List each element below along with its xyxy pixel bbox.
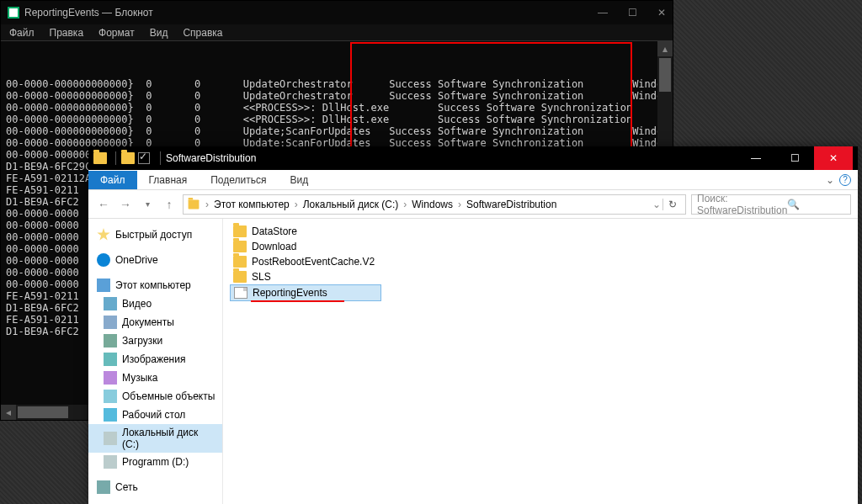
sidebar-item-3d[interactable]: Объемные объекты: [88, 387, 222, 406]
file-name: ReportingEvents: [253, 287, 327, 299]
menu-edit[interactable]: Правка: [50, 27, 84, 39]
star-icon: [97, 228, 110, 241]
menu-view[interactable]: Вид: [150, 27, 168, 39]
close-button[interactable]: ✕: [814, 146, 853, 170]
explorer-titlebar[interactable]: SoftwareDistribution — ☐ ✕: [88, 146, 858, 170]
network-icon: [97, 480, 110, 494]
sidebar-network[interactable]: Сеть: [88, 478, 222, 496]
ribbon-file[interactable]: Файл: [88, 171, 137, 189]
log-line: 00-0000-000000000000} 0 0 Update;ScanFor…: [6, 125, 668, 137]
sidebar-item-desktop[interactable]: Рабочий стол: [88, 406, 222, 424]
sidebar-item-downloads[interactable]: Загрузки: [88, 332, 222, 350]
crumb-c[interactable]: Локальный диск (C:): [300, 199, 402, 210]
minimize-button[interactable]: —: [598, 7, 608, 19]
sidebar-item-disk-c[interactable]: Локальный диск (C:): [88, 424, 222, 453]
maximize-button[interactable]: ☐: [628, 7, 637, 19]
music-icon: [104, 371, 117, 385]
pc-icon: [97, 279, 110, 292]
scroll-thumb[interactable]: [18, 406, 68, 418]
video-icon: [104, 297, 117, 310]
sidebar-onedrive[interactable]: OneDrive: [88, 251, 222, 269]
crumb-sd[interactable]: SoftwareDistribution: [463, 199, 560, 210]
folder-icon[interactable]: [121, 152, 135, 164]
file-name: SLS: [252, 271, 271, 283]
explorer-content[interactable]: DataStoreDownloadPostRebootEventCache.V2…: [223, 219, 858, 504]
help-icon[interactable]: ?: [839, 174, 851, 186]
nav-up-button[interactable]: ↑: [161, 198, 178, 211]
maximize-button[interactable]: ☐: [775, 146, 814, 170]
nav-history-button[interactable]: ▾: [139, 199, 156, 209]
minimize-button[interactable]: —: [737, 146, 775, 170]
refresh-button[interactable]: ↻: [662, 199, 682, 210]
sidebar-item-images[interactable]: Изображения: [88, 350, 222, 369]
menu-format[interactable]: Формат: [98, 27, 135, 39]
folder-item[interactable]: PostRebootEventCache.V2: [230, 254, 851, 269]
notepad-title-text: ReportingEvents — Блокнот: [24, 7, 153, 19]
separator: [115, 151, 116, 165]
chevron-down-icon[interactable]: ⌄: [652, 199, 661, 210]
log-line: 00-0000-000000000000} 0 0 <<PROCESS>>: D…: [6, 102, 668, 114]
explorer-ribbon: Файл Главная Поделиться Вид ⌄ ?: [88, 170, 858, 190]
sidebar-item-disk-d[interactable]: Programm (D:): [88, 453, 222, 471]
file-name: PostRebootEventCache.V2: [252, 256, 375, 268]
explorer-sidebar: Быстрый доступ OneDrive Этот компьютер В…: [88, 219, 223, 504]
explorer-navbar: ← → ▾ ↑ › Этот компьютер › Локальный дис…: [88, 190, 858, 219]
search-placeholder: Поиск: SoftwareDistribution: [697, 193, 787, 216]
separator: [160, 151, 161, 165]
disk-icon: [104, 432, 117, 445]
notepad-menubar: Файл Правка Формат Вид Справка: [1, 24, 673, 41]
explorer-window: SoftwareDistribution — ☐ ✕ Файл Главная …: [88, 146, 858, 504]
notepad-icon: [8, 7, 19, 19]
sidebar-quick-access[interactable]: Быстрый доступ: [88, 225, 222, 244]
folder-icon: [93, 152, 107, 164]
chevron-down-icon[interactable]: ⌄: [826, 174, 834, 186]
menu-file[interactable]: Файл: [9, 27, 35, 39]
folder-icon: [233, 225, 247, 237]
crumb-pc[interactable]: Этот компьютер: [210, 199, 293, 210]
disk-icon: [104, 455, 117, 469]
search-icon: 🔍: [787, 199, 845, 210]
folder-icon: [233, 256, 247, 268]
folder-icon: [233, 241, 247, 252]
folder-icon: [233, 271, 247, 283]
scroll-left-icon[interactable]: ◂: [1, 405, 16, 420]
folder-icon: [189, 199, 200, 209]
download-icon: [104, 334, 117, 347]
crumb-windows[interactable]: Windows: [408, 199, 456, 210]
breadcrumb[interactable]: › Этот компьютер › Локальный диск (C:) ›…: [183, 194, 686, 215]
file-icon: [234, 287, 247, 299]
file-name: Download: [252, 241, 296, 252]
sidebar-this-pc[interactable]: Этот компьютер: [88, 276, 222, 294]
sidebar-item-music[interactable]: Музыка: [88, 369, 222, 387]
file-name: DataStore: [252, 225, 297, 237]
folder-item[interactable]: Download: [230, 239, 851, 254]
folder-item[interactable]: SLS: [230, 269, 851, 284]
nav-forward-button[interactable]: →: [117, 198, 134, 211]
ribbon-share[interactable]: Поделиться: [199, 171, 278, 189]
sidebar-item-video[interactable]: Видео: [88, 294, 222, 313]
scroll-thumb[interactable]: [659, 58, 671, 92]
notepad-titlebar[interactable]: ReportingEvents — Блокнот — ☐ ✕: [1, 1, 673, 24]
document-icon: [104, 316, 117, 329]
ribbon-view[interactable]: Вид: [278, 171, 320, 189]
close-button[interactable]: ✕: [657, 7, 666, 19]
explorer-title-text: SoftwareDistribution: [166, 152, 256, 164]
desktop-icon: [104, 408, 117, 422]
properties-icon[interactable]: [138, 152, 150, 164]
folder-item[interactable]: DataStore: [230, 224, 851, 239]
scroll-up-icon[interactable]: ▴: [657, 41, 673, 56]
log-line: 00-0000-000000000000} 0 0 <<PROCESS>>: D…: [6, 114, 668, 125]
file-item[interactable]: ReportingEvents: [230, 284, 381, 301]
menu-help[interactable]: Справка: [183, 27, 222, 39]
sidebar-item-documents[interactable]: Документы: [88, 313, 222, 332]
nav-back-button[interactable]: ←: [95, 198, 112, 211]
image-icon: [104, 353, 117, 366]
search-input[interactable]: Поиск: SoftwareDistribution 🔍: [691, 194, 851, 215]
cube-icon: [104, 390, 117, 403]
cloud-icon: [97, 253, 110, 267]
log-line: 00-0000-000000000000} 0 0 UpdateOrchestr…: [6, 90, 668, 102]
log-line: 00-0000-000000000000} 0 0 UpdateOrchestr…: [6, 78, 668, 90]
ribbon-home[interactable]: Главная: [137, 171, 200, 189]
